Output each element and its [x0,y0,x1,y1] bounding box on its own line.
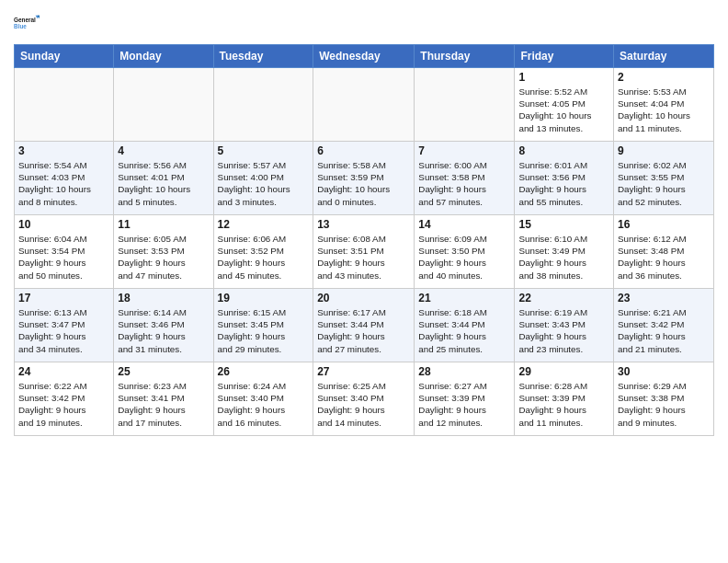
day-cell: 27Sunrise: 6:25 AMSunset: 3:40 PMDayligh… [313,362,415,436]
day-info: Sunrise: 6:02 AMSunset: 3:55 PMDaylight:… [618,159,710,208]
day-cell: 15Sunrise: 6:10 AMSunset: 3:49 PMDayligh… [515,215,614,289]
day-info: Sunrise: 6:01 AMSunset: 3:56 PMDaylight:… [518,159,609,208]
day-info: Sunrise: 5:58 AMSunset: 3:59 PMDaylight:… [317,159,410,208]
day-info: Sunrise: 5:53 AMSunset: 4:04 PMDaylight:… [618,86,710,134]
day-cell: 9Sunrise: 6:02 AMSunset: 3:55 PMDaylight… [614,142,714,215]
week-row-2: 10Sunrise: 6:04 AMSunset: 3:54 PMDayligh… [15,215,714,289]
day-number: 3 [18,144,109,157]
day-number: 21 [418,292,510,304]
day-info: Sunrise: 6:23 AMSunset: 3:41 PMDaylight:… [118,380,209,429]
day-cell: 12Sunrise: 6:06 AMSunset: 3:52 PMDayligh… [213,215,313,289]
day-info: Sunrise: 6:29 AMSunset: 3:38 PMDaylight:… [618,380,710,429]
page: GeneralBlue SundayMondayTuesdayWednesday… [0,0,728,563]
day-cell: 18Sunrise: 6:14 AMSunset: 3:46 PMDayligh… [114,289,213,362]
svg-text:General: General [14,17,36,23]
day-info: Sunrise: 6:22 AMSunset: 3:42 PMDaylight:… [18,380,109,429]
col-header-thursday: Thursday [415,45,515,68]
col-header-tuesday: Tuesday [213,45,313,68]
day-number: 6 [317,144,410,157]
day-number: 28 [418,365,510,378]
day-info: Sunrise: 5:57 AMSunset: 4:00 PMDaylight:… [218,159,310,208]
day-number: 19 [218,292,310,304]
day-info: Sunrise: 6:28 AMSunset: 3:39 PMDaylight:… [518,380,609,429]
day-number: 2 [618,71,710,84]
svg-text:Blue: Blue [14,23,27,29]
day-info: Sunrise: 6:27 AMSunset: 3:39 PMDaylight:… [418,380,510,429]
day-cell: 2Sunrise: 5:53 AMSunset: 4:04 PMDaylight… [614,68,714,142]
day-cell: 10Sunrise: 6:04 AMSunset: 3:54 PMDayligh… [15,215,114,289]
day-number: 7 [418,144,510,157]
day-cell: 20Sunrise: 6:17 AMSunset: 3:44 PMDayligh… [313,289,415,362]
day-cell: 29Sunrise: 6:28 AMSunset: 3:39 PMDayligh… [515,362,614,436]
week-row-1: 3Sunrise: 5:54 AMSunset: 4:03 PMDaylight… [15,142,714,215]
day-number: 27 [317,365,410,378]
day-number: 10 [18,218,109,231]
calendar: SundayMondayTuesdayWednesdayThursdayFrid… [14,44,714,436]
day-number: 23 [618,292,710,304]
day-number: 13 [317,218,410,231]
day-number: 1 [518,71,609,84]
header-row: SundayMondayTuesdayWednesdayThursdayFrid… [15,45,714,68]
day-cell [213,68,313,142]
day-cell: 5Sunrise: 5:57 AMSunset: 4:00 PMDaylight… [213,142,313,215]
day-number: 14 [418,218,510,231]
day-cell [415,68,515,142]
day-number: 17 [18,292,109,304]
day-cell: 28Sunrise: 6:27 AMSunset: 3:39 PMDayligh… [415,362,515,436]
week-row-4: 24Sunrise: 6:22 AMSunset: 3:42 PMDayligh… [15,362,714,436]
day-cell: 14Sunrise: 6:09 AMSunset: 3:50 PMDayligh… [415,215,515,289]
day-info: Sunrise: 6:21 AMSunset: 3:42 PMDaylight:… [618,306,710,355]
logo: GeneralBlue [14,9,41,37]
day-cell: 1Sunrise: 5:52 AMSunset: 4:05 PMDaylight… [515,68,614,142]
day-number: 9 [618,144,710,157]
day-number: 29 [518,365,609,378]
day-cell: 26Sunrise: 6:24 AMSunset: 3:40 PMDayligh… [213,362,313,436]
day-info: Sunrise: 6:05 AMSunset: 3:53 PMDaylight:… [118,233,209,282]
day-cell: 21Sunrise: 6:18 AMSunset: 3:44 PMDayligh… [415,289,515,362]
day-cell: 17Sunrise: 6:13 AMSunset: 3:47 PMDayligh… [15,289,114,362]
col-header-sunday: Sunday [15,45,114,68]
day-cell [313,68,415,142]
day-info: Sunrise: 5:56 AMSunset: 4:01 PMDaylight:… [118,159,209,208]
day-info: Sunrise: 6:18 AMSunset: 3:44 PMDaylight:… [418,306,510,355]
day-info: Sunrise: 6:04 AMSunset: 3:54 PMDaylight:… [18,233,109,282]
day-cell: 7Sunrise: 6:00 AMSunset: 3:58 PMDaylight… [415,142,515,215]
day-info: Sunrise: 6:08 AMSunset: 3:51 PMDaylight:… [317,233,410,282]
day-info: Sunrise: 5:54 AMSunset: 4:03 PMDaylight:… [18,159,109,208]
day-number: 18 [118,292,209,304]
day-cell: 13Sunrise: 6:08 AMSunset: 3:51 PMDayligh… [313,215,415,289]
day-info: Sunrise: 6:25 AMSunset: 3:40 PMDaylight:… [317,380,410,429]
day-info: Sunrise: 5:52 AMSunset: 4:05 PMDaylight:… [518,86,609,134]
day-cell: 6Sunrise: 5:58 AMSunset: 3:59 PMDaylight… [313,142,415,215]
header: GeneralBlue [14,9,714,37]
day-number: 24 [18,365,109,378]
day-info: Sunrise: 6:06 AMSunset: 3:52 PMDaylight:… [218,233,310,282]
col-header-wednesday: Wednesday [313,45,415,68]
day-cell: 3Sunrise: 5:54 AMSunset: 4:03 PMDaylight… [15,142,114,215]
day-cell: 23Sunrise: 6:21 AMSunset: 3:42 PMDayligh… [614,289,714,362]
day-number: 15 [518,218,609,231]
logo-icon: GeneralBlue [14,9,41,37]
day-cell: 4Sunrise: 5:56 AMSunset: 4:01 PMDaylight… [114,142,213,215]
day-info: Sunrise: 6:12 AMSunset: 3:48 PMDaylight:… [618,233,710,282]
day-cell: 19Sunrise: 6:15 AMSunset: 3:45 PMDayligh… [213,289,313,362]
day-number: 25 [118,365,209,378]
day-number: 8 [518,144,609,157]
day-info: Sunrise: 6:17 AMSunset: 3:44 PMDaylight:… [317,306,410,355]
day-info: Sunrise: 6:13 AMSunset: 3:47 PMDaylight:… [18,306,109,355]
day-number: 30 [618,365,710,378]
week-row-3: 17Sunrise: 6:13 AMSunset: 3:47 PMDayligh… [15,289,714,362]
day-cell: 24Sunrise: 6:22 AMSunset: 3:42 PMDayligh… [15,362,114,436]
day-number: 12 [218,218,310,231]
day-number: 4 [118,144,209,157]
day-number: 20 [317,292,410,304]
day-cell: 30Sunrise: 6:29 AMSunset: 3:38 PMDayligh… [614,362,714,436]
day-number: 16 [618,218,710,231]
day-cell [15,68,114,142]
day-info: Sunrise: 6:00 AMSunset: 3:58 PMDaylight:… [418,159,510,208]
day-cell: 11Sunrise: 6:05 AMSunset: 3:53 PMDayligh… [114,215,213,289]
day-cell [114,68,213,142]
day-info: Sunrise: 6:24 AMSunset: 3:40 PMDaylight:… [218,380,310,429]
col-header-saturday: Saturday [614,45,714,68]
day-number: 22 [518,292,609,304]
